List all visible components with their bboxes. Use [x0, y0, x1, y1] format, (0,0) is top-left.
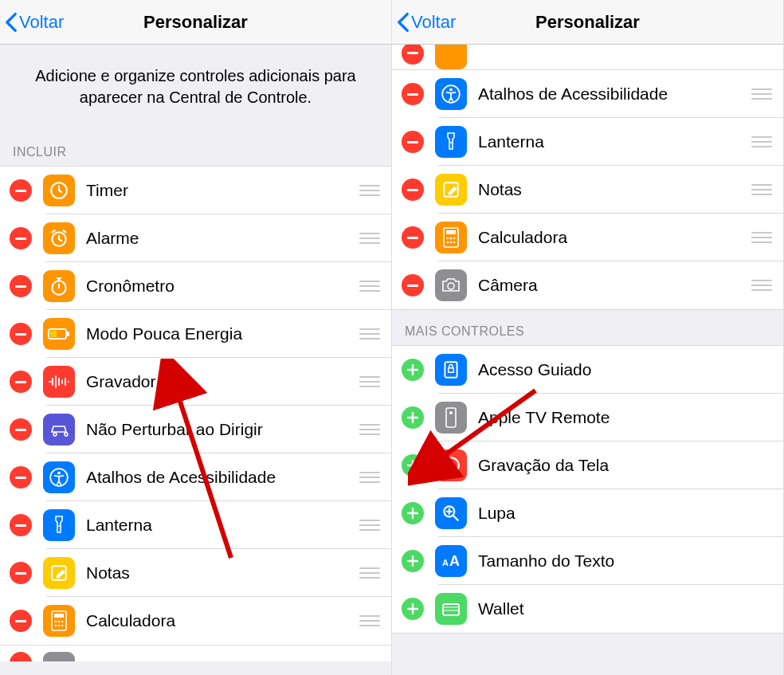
add-button[interactable] — [402, 598, 424, 620]
remove-button[interactable] — [10, 514, 32, 536]
list-row-lanterna[interactable]: Lanterna — [0, 501, 391, 549]
notes-icon — [435, 174, 467, 206]
add-button[interactable] — [402, 454, 424, 477]
row-label: Timer — [86, 181, 358, 200]
row-label: Notas — [478, 180, 750, 199]
back-button[interactable]: Voltar — [392, 12, 456, 33]
remove-button[interactable] — [10, 371, 32, 393]
chevron-left-icon — [5, 12, 18, 33]
remove-button[interactable] — [10, 562, 32, 584]
svg-point-15 — [55, 625, 57, 627]
remove-button[interactable] — [10, 610, 32, 632]
list-row-alarme[interactable]: Alarme — [0, 214, 391, 262]
back-label: Voltar — [411, 12, 456, 33]
svg-point-21 — [450, 142, 452, 143]
drag-handle-icon[interactable] — [358, 567, 382, 579]
svg-point-28 — [447, 241, 449, 244]
list-row-acesso-guiado[interactable]: Acesso Guiado — [392, 346, 783, 394]
remove-button[interactable] — [402, 83, 424, 105]
list-row-nao-perturbar[interactable]: Não Perturbar ao Dirigir — [0, 406, 391, 453]
remove-button[interactable] — [10, 418, 32, 441]
add-button[interactable] — [402, 550, 424, 572]
drag-handle-icon[interactable] — [358, 615, 382, 626]
row-label: Alarme — [86, 229, 358, 248]
list-row-apple-tv-remote[interactable]: Apple TV Remote — [392, 394, 783, 441]
notes-icon — [43, 557, 75, 589]
drag-handle-icon[interactable] — [358, 281, 382, 292]
svg-point-29 — [450, 241, 453, 244]
list-row-partial — [0, 646, 391, 661]
list-row-gravador[interactable]: Gravador — [0, 358, 391, 406]
svg-point-37 — [448, 462, 455, 469]
drag-handle-icon[interactable] — [358, 328, 382, 339]
drag-handle-icon[interactable] — [358, 424, 382, 435]
list-row-calculadora[interactable]: Calculadora — [392, 214, 783, 261]
add-button[interactable] — [402, 359, 424, 381]
drag-handle-icon[interactable] — [750, 88, 774, 100]
drag-handle-icon[interactable] — [358, 185, 382, 196]
list-row-timer[interactable]: Timer — [0, 167, 391, 214]
page-title: Personalizar — [143, 12, 248, 33]
row-label: Wallet — [478, 599, 774, 618]
left-screenshot: Voltar Personalizar Adicione e organize … — [0, 0, 392, 675]
list-row-wallet[interactable]: Wallet — [392, 585, 783, 633]
row-label: Atalhos de Acessibilidade — [86, 468, 358, 487]
remove-button[interactable] — [402, 131, 424, 153]
row-label: Não Perturbar ao Dirigir — [86, 420, 358, 439]
remove-button[interactable] — [10, 179, 32, 202]
magnifier-icon — [435, 497, 467, 529]
row-label: Gravador — [86, 372, 358, 391]
scroll-area[interactable]: Atalhos de Acessibilidade Lanterna Notas — [392, 45, 783, 675]
drag-handle-icon[interactable] — [750, 232, 774, 243]
list-row-notas[interactable]: Notas — [392, 166, 783, 214]
back-button[interactable]: Voltar — [0, 12, 64, 33]
remove-button[interactable] — [402, 179, 424, 201]
stopwatch-icon — [43, 270, 75, 302]
remove-button[interactable] — [402, 45, 424, 65]
list-row-camera[interactable]: Câmera — [392, 261, 783, 309]
text-size-icon: AA — [435, 545, 467, 577]
row-label: Apple TV Remote — [478, 408, 774, 427]
row-label: Gravação da Tela — [478, 456, 774, 475]
drag-handle-icon[interactable] — [750, 184, 774, 195]
scroll-area[interactable]: Adicione e organize controles adicionais… — [0, 45, 391, 675]
list-row-tamanho-texto[interactable]: AA Tamanho do Texto — [392, 537, 783, 585]
drag-handle-icon[interactable] — [358, 472, 382, 483]
guided-access-icon — [435, 354, 467, 386]
list-row-pouca-energia[interactable]: Modo Pouca Energia — [0, 310, 391, 358]
wallet-icon — [435, 593, 467, 625]
accessibility-icon — [43, 461, 75, 493]
drag-handle-icon[interactable] — [750, 280, 774, 291]
row-label: Câmera — [478, 276, 750, 295]
camera-icon — [43, 652, 75, 661]
svg-point-14 — [61, 621, 64, 623]
remove-button[interactable] — [10, 323, 32, 345]
remove-button[interactable] — [10, 466, 32, 489]
remove-button[interactable] — [10, 227, 32, 249]
list-row-acessibilidade[interactable]: Atalhos de Acessibilidade — [392, 70, 783, 118]
svg-rect-39 — [443, 604, 459, 615]
included-list: Atalhos de Acessibilidade Lanterna Notas — [392, 70, 783, 310]
drag-handle-icon[interactable] — [358, 520, 382, 531]
drag-handle-icon[interactable] — [750, 136, 774, 147]
list-row-acessibilidade[interactable]: Atalhos de Acessibilidade — [0, 453, 391, 501]
row-label: Lanterna — [86, 516, 358, 535]
nav-bar: Voltar Personalizar — [0, 0, 391, 45]
list-row-lanterna[interactable]: Lanterna — [392, 118, 783, 166]
remove-button[interactable] — [10, 275, 32, 297]
remove-button[interactable] — [10, 652, 32, 661]
remove-button[interactable] — [402, 226, 424, 249]
drag-handle-icon[interactable] — [358, 376, 382, 387]
add-button[interactable] — [402, 406, 424, 429]
remove-button[interactable] — [402, 274, 424, 296]
svg-point-12 — [55, 621, 57, 623]
list-row-notas[interactable]: Notas — [0, 549, 391, 597]
list-row-cronometro[interactable]: Cronômetro — [0, 262, 391, 310]
list-row-calculadora[interactable]: Calculadora — [0, 597, 391, 645]
add-button[interactable] — [402, 502, 424, 524]
flashlight-icon — [435, 126, 467, 158]
list-row-gravacao-tela[interactable]: Gravação da Tela — [392, 441, 783, 489]
row-label: Cronômetro — [86, 277, 358, 296]
drag-handle-icon[interactable] — [358, 233, 382, 244]
list-row-lupa[interactable]: Lupa — [392, 489, 783, 537]
